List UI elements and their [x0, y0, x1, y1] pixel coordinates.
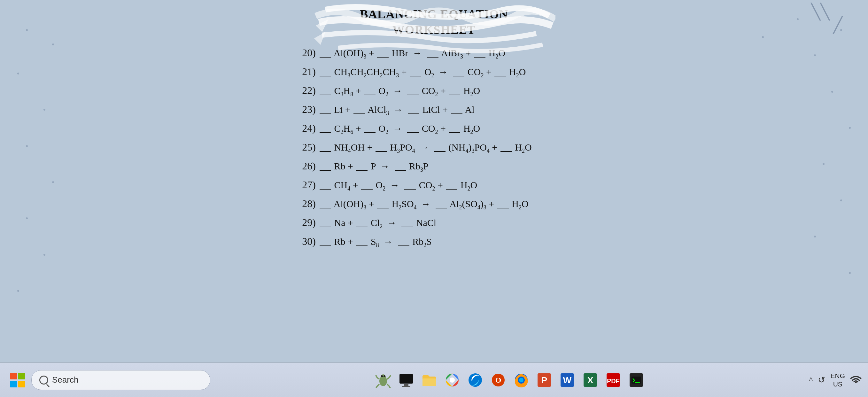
monitor-icon: [398, 372, 414, 388]
blank: [319, 95, 331, 95]
eq-body-29: Na + Cl2 → NaCl: [319, 218, 436, 229]
main-content: BALANCING EQUATION WORKSHEET 20) Al(OH)3…: [0, 0, 868, 363]
title-line2: WORKSHEET: [393, 23, 475, 36]
eq-body-28: Al(OH)3 + H2SO4 → Al2(SO4)3 + H2O: [319, 199, 529, 210]
taskbar-icon-firefox[interactable]: [510, 369, 532, 391]
blank: [375, 151, 387, 152]
folder-icon: [421, 372, 437, 388]
blank: [407, 95, 418, 95]
taskbar-icons: O P W: [213, 369, 806, 391]
eq-body-25: NH4OH + H3PO4 → (NH4)3PO4 + H2O: [319, 143, 532, 154]
blank: [364, 132, 375, 133]
blank: [356, 170, 368, 171]
eq-num-30: 30): [290, 236, 316, 246]
blank: [395, 170, 406, 171]
eq-body-20: Al(OH)3 + HBr → AlBr3 + H2O: [319, 48, 505, 59]
taskbar-icon-excel[interactable]: X: [580, 369, 601, 391]
blank: [404, 189, 416, 189]
wifi-icon[interactable]: [850, 374, 862, 386]
equation-row-24: 24) C2H6 + O2 → CO2 + H2O: [290, 123, 578, 135]
taskbar-icon-office[interactable]: O: [487, 369, 509, 391]
svg-point-19: [519, 378, 524, 382]
start-button[interactable]: [6, 369, 29, 391]
equation-row-22: 22) C3H8 + O2 → CO2 + H2O: [290, 85, 578, 97]
svg-point-31: [855, 382, 857, 383]
blank: [361, 189, 373, 189]
edge-icon: [467, 372, 483, 388]
blank: [319, 208, 331, 208]
gecko-icon: [375, 372, 391, 388]
eq-body-24: C2H6 + O2 → CO2 + H2O: [319, 124, 480, 135]
svg-text:O: O: [495, 376, 501, 384]
language-indicator[interactable]: ENGUS: [830, 372, 845, 388]
svg-text:W: W: [563, 375, 571, 385]
blank: [319, 57, 331, 58]
search-bar[interactable]: Search: [31, 370, 210, 390]
blank: [446, 189, 457, 189]
taskbar-icon-file-explorer[interactable]: [418, 369, 440, 391]
blank: [364, 95, 375, 95]
search-label: Search: [52, 375, 78, 385]
eq-num-22: 22): [290, 85, 316, 96]
blank: [408, 114, 419, 114]
taskbar-icon-powerpoint[interactable]: P: [533, 369, 555, 391]
blank: [434, 151, 445, 152]
office-icon: O: [490, 372, 506, 388]
eq-num-20: 20): [290, 48, 316, 58]
taskbar-back-icon[interactable]: ↺: [818, 375, 825, 385]
svg-rect-3: [18, 381, 25, 388]
title-line1: BALANCING EQUATION: [360, 7, 508, 21]
equation-row-29: 29) Na + Cl2 → NaCl: [290, 217, 578, 229]
blank: [451, 114, 462, 114]
taskbar-icon-monitor[interactable]: [395, 369, 417, 391]
eq-num-26: 26): [290, 161, 316, 171]
equation-row-21: 21) CH3CH2CH2CH3 + O2 → CO2 + H2O: [290, 66, 578, 78]
svg-point-7: [383, 375, 385, 377]
blank: [356, 245, 368, 246]
blank: [410, 76, 421, 77]
taskbar-icon-word[interactable]: W: [556, 369, 578, 391]
equation-row-30: 30) Rb + S8 → Rb2S: [290, 236, 578, 248]
eq-body-21: CH3CH2CH2CH3 + O2 → CO2 + H2O: [319, 67, 526, 78]
system-tray-expand[interactable]: ^: [809, 375, 813, 385]
blank: [319, 151, 331, 152]
wifi-symbol: [850, 374, 862, 383]
search-icon: [39, 375, 48, 385]
blank: [377, 57, 389, 58]
blank: [319, 76, 331, 77]
taskbar-icon-acrobat[interactable]: PDF: [602, 369, 624, 391]
chevron-icon: ^: [809, 375, 813, 385]
blank: [474, 57, 486, 58]
word-icon: W: [559, 372, 575, 388]
svg-rect-8: [400, 374, 413, 384]
equation-row-26: 26) Rb + P → Rb3P: [290, 161, 578, 173]
blank: [427, 57, 438, 58]
svg-rect-11: [423, 378, 436, 386]
eq-num-25: 25): [290, 142, 316, 152]
blank: [398, 245, 409, 246]
eq-num-29: 29): [290, 217, 316, 227]
blank: [449, 95, 460, 95]
taskbar-icon-paint[interactable]: [441, 369, 463, 391]
taskbar-icon-edge[interactable]: [464, 369, 486, 391]
taskbar-icon-gecko[interactable]: [372, 369, 394, 391]
blank: [319, 114, 331, 114]
title-area: BALANCING EQUATION WORKSHEET: [322, 6, 546, 38]
blank: [449, 132, 460, 133]
taskbar-right: ^ ↺ ENGUS: [809, 372, 862, 388]
svg-rect-2: [10, 381, 17, 388]
taskbar-icon-terminal[interactable]: [625, 369, 647, 391]
equation-row-23: 23) Li + AlCl3 → LiCl + Al: [290, 104, 578, 116]
svg-rect-10: [402, 386, 410, 387]
eq-body-26: Rb + P → Rb3P: [319, 161, 429, 173]
equations-list: 20) Al(OH)3 + HBr → AlBr3 + H2O 21) CH3C…: [290, 48, 578, 255]
blank: [353, 114, 365, 114]
blank: [319, 132, 331, 133]
eq-body-30: Rb + S8 → Rb2S: [319, 237, 432, 248]
blank: [319, 245, 331, 246]
svg-point-5: [381, 374, 386, 380]
worksheet-title: BALANCING EQUATION WORKSHEET: [322, 6, 546, 38]
svg-text:PDF: PDF: [607, 377, 620, 385]
eq-body-27: CH4 + O2 → CO2 + H2O: [319, 180, 477, 191]
blank: [500, 151, 512, 152]
